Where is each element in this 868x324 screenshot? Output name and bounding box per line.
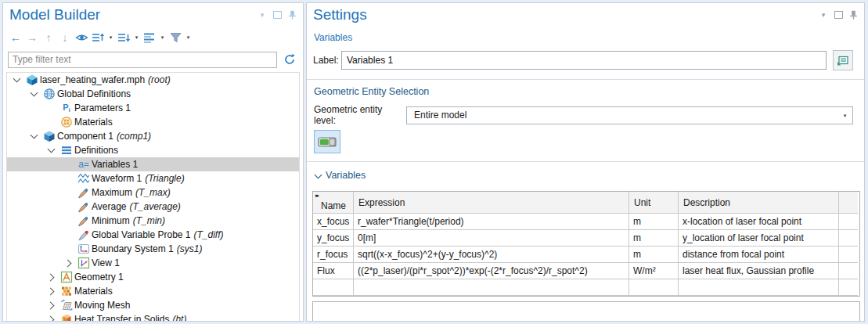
chevron-right-icon[interactable] [45,298,59,312]
tree-item-heat-transfer-in-solids[interactable]: Heat Transfer in Solids (ht) [7,312,299,321]
column-header-name[interactable]: ▸▸ Name [313,192,354,214]
label-caption: Label: [313,55,341,66]
tree-item-global-definitions[interactable]: Global Definitions [7,87,299,101]
geometric-entity-level-label: Geometric entity level: [314,104,406,126]
tree-item-tag: (T_max) [135,187,171,198]
node-label-display-icon[interactable] [142,30,157,45]
chevron-down-icon[interactable] [10,73,24,87]
tree-item-tag: (Triangle) [145,173,184,184]
cell-expression[interactable]: sqrt((x-x_focus)^2+(y-y_focus)^2) [354,247,629,263]
pin-panel-icon[interactable] [848,10,858,20]
geometry-icon [59,270,74,284]
tree-item-label: Minimum [92,215,130,226]
column-header-extra [839,192,858,214]
variables-section-chevron-icon[interactable] [314,170,323,181]
cell-expression[interactable]: r_wafer*Triangle(t/period) [354,214,629,230]
filter-icon[interactable] [167,30,183,45]
cell-unit[interactable]: m [629,230,679,247]
column-header-description[interactable]: Description [679,192,839,214]
tree-item-definitions[interactable]: Definitions [7,143,299,157]
tree-item-view-1[interactable]: View 1 [7,256,299,270]
float-panel-icon[interactable] [272,10,282,20]
chevron-down-icon[interactable] [27,129,41,143]
pin-panel-icon[interactable] [287,10,297,20]
tree-item-minimum[interactable]: Minimum (T_min) [7,214,299,228]
tree-item-materials-global[interactable]: Materials [7,115,299,129]
cell-name[interactable]: x_focus [313,214,354,230]
tree-item-parameters-1[interactable]: Pi Parameters 1 [7,101,299,115]
cell-description[interactable]: y_location of laser focal point [679,230,839,247]
tree-item-label: Variables 1 [92,159,138,170]
cell-unit[interactable]: m [629,247,679,263]
tree-item-boundary-system-1[interactable]: Boundary System 1 (sys1) [7,242,299,256]
global-variable-probe-icon [76,228,92,242]
materials-icon [59,115,74,129]
cell-description[interactable]: laser heat flux, Gaussian profile [679,263,839,279]
tree-item-geometry-1[interactable]: Geometry 1 [7,270,299,284]
definitions-icon [59,143,74,157]
panel-menu-icon[interactable]: ▾ [819,10,828,20]
tree-item-label: Parameters 1 [74,103,131,113]
expand-nodes-menu-icon[interactable]: ▾ [106,34,115,41]
tree-item-component-1[interactable]: Component 1 (comp1) [7,129,299,143]
move-down-icon[interactable]: ↓ [57,30,73,45]
chevron-right-icon[interactable] [45,284,59,298]
tree-item-waveform-1[interactable]: Waveform 1 (Triangle) [7,171,299,185]
materials-grid-icon [59,284,74,298]
tree-item-maximum[interactable]: Maximum (T_max) [7,185,299,200]
panel-menu-icon[interactable]: ▾ [258,10,267,20]
chevron-right-icon[interactable] [45,312,59,321]
filter-menu-icon[interactable]: ▾ [184,34,193,41]
chevron-right-icon[interactable] [45,270,59,284]
tree-item-variables-1[interactable]: a= Variables 1 [7,157,299,171]
cell-name[interactable]: r_focus [313,247,354,263]
label-input[interactable] [341,51,827,70]
tree-item-moving-mesh[interactable]: Moving Mesh [7,298,299,312]
section-divider [307,161,864,162]
tree-filter-input[interactable] [8,52,277,68]
back-arrow-icon[interactable]: ← [8,30,23,45]
show-options-button[interactable] [833,50,853,70]
refresh-icon[interactable] [281,51,298,68]
tree-item-label: Global Variable Probe 1 [92,229,191,240]
cell-description[interactable]: distance from focal point [679,247,839,263]
cell-name[interactable]: Flux [313,263,354,279]
cell-expression[interactable]: 0[m] [354,230,629,247]
float-panel-icon[interactable] [834,10,843,20]
tree-item-global-variable-probe-1[interactable]: Global Variable Probe 1 (T_diff) [7,228,299,242]
tree-item-average[interactable]: Average (T_average) [7,200,299,214]
chevron-down-icon[interactable] [27,87,41,101]
show-eye-icon[interactable] [74,30,89,45]
geometric-entity-level-select[interactable]: Entire model ▾ [406,106,853,124]
column-header-unit[interactable]: Unit [629,192,679,214]
cell-description[interactable]: x-location of laser focal point [679,214,839,230]
variables-section-header[interactable]: Variables [326,170,366,181]
tree-item-label: Waveform 1 [92,173,142,184]
node-label-menu-icon[interactable]: ▾ [158,34,167,41]
chevron-down-icon[interactable] [45,143,59,157]
component-icon [41,129,57,143]
forward-arrow-icon[interactable]: → [24,30,40,45]
collapse-nodes-menu-icon[interactable]: ▾ [132,34,141,41]
move-up-icon[interactable]: ↑ [41,30,56,45]
collapse-nodes-icon[interactable] [116,30,131,45]
cell-description[interactable] [679,279,839,296]
expand-nodes-icon[interactable] [90,30,106,45]
active-selection-toggle-button[interactable] [314,130,340,153]
variables-table: ▸▸ Name Expression Unit Description x_fo… [312,191,860,297]
cell-unit[interactable]: m [629,214,679,230]
model-builder-window-controls: ▾ [258,10,297,20]
cell-name[interactable] [313,279,354,296]
cell-name[interactable]: y_focus [313,230,354,247]
column-header-expression[interactable]: Expression [354,192,629,214]
tree-item-materials-component[interactable]: Materials [7,284,299,298]
cell-unit[interactable]: W/m² [629,263,679,279]
tree-item-root[interactable]: laser_heating_wafer.mph (root) [7,73,299,87]
cell-unit[interactable] [629,279,679,296]
cell-expression[interactable] [354,279,629,296]
cell-expression[interactable]: ((2*p_laser)/(pi*r_spot^2))*exp(-(2*r_fo… [354,263,629,279]
label-row: Label: [313,49,853,71]
tree-item-label: Maximum [92,187,132,198]
chevron-right-icon[interactable] [62,256,76,270]
geometric-entity-selection-header: Geometric Entity Selection [314,86,429,97]
